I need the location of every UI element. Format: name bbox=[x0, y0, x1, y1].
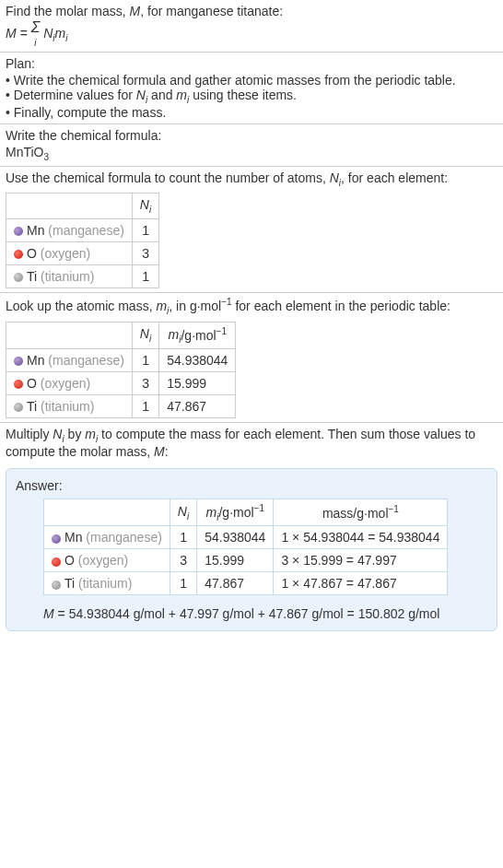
element-name: (oxygen) bbox=[41, 246, 90, 261]
table-header-row: Ni bbox=[6, 194, 159, 219]
element-dot-icon bbox=[14, 273, 23, 282]
formula-main: MnTiO bbox=[6, 145, 43, 159]
element-dot-icon bbox=[14, 380, 23, 389]
element-name: (manganese) bbox=[86, 530, 162, 545]
element-name: (titanium) bbox=[41, 399, 94, 414]
mass-title: Look up the atomic mass, mi, in g·mol−1 … bbox=[6, 297, 497, 315]
intro-section: Find the molar mass, M, for manganese ti… bbox=[0, 0, 503, 53]
element-dot-icon bbox=[14, 250, 23, 259]
element-symbol: Mn bbox=[27, 353, 44, 368]
plan-title: Plan: bbox=[6, 56, 497, 71]
plan-section: Plan: Write the chemical formula and gat… bbox=[0, 53, 503, 124]
element-cell: Ti (titanium) bbox=[44, 572, 170, 595]
ni-value: 1 bbox=[132, 349, 158, 372]
mi-value: 54.938044 bbox=[197, 526, 274, 549]
element-cell: O (oxygen) bbox=[6, 242, 133, 265]
element-dot-icon bbox=[14, 357, 23, 366]
table-header-element bbox=[6, 194, 133, 219]
table-row: Mn (manganese) 1 bbox=[6, 219, 159, 242]
element-cell: Ti (titanium) bbox=[6, 265, 133, 288]
element-name: (oxygen) bbox=[78, 553, 128, 568]
table-header-mi: mi/g·mol−1 bbox=[197, 499, 274, 525]
table-row: O (oxygen) 3 15.999 bbox=[6, 372, 236, 395]
plan-item: Determine values for Ni and mi using the… bbox=[6, 88, 497, 105]
element-dot-icon bbox=[52, 534, 61, 544]
table-row: Mn (manganese) 1 54.938044 1 × 54.938044… bbox=[44, 526, 448, 549]
mi-value: 15.999 bbox=[159, 372, 236, 395]
mi-value: 54.938044 bbox=[159, 349, 236, 372]
table-row: Ti (titanium) 1 47.867 1 × 47.867 = 47.8… bbox=[44, 572, 448, 595]
table-header-element bbox=[6, 322, 133, 348]
ni-value: 1 bbox=[170, 526, 196, 549]
ni-value: 3 bbox=[132, 242, 158, 265]
element-cell: Mn (manganese) bbox=[6, 349, 133, 372]
count-table: Ni Mn (manganese) 1 O (oxygen) 3 Ti (tit… bbox=[6, 193, 159, 288]
count-section: Use the chemical formula to count the nu… bbox=[0, 167, 503, 294]
element-cell: O (oxygen) bbox=[6, 372, 133, 395]
table-row: O (oxygen) 3 bbox=[6, 242, 159, 265]
element-dot-icon bbox=[14, 403, 23, 412]
table-header-ni: Ni bbox=[132, 194, 158, 219]
table-row: Ti (titanium) 1 bbox=[6, 265, 159, 288]
element-cell: Mn (manganese) bbox=[6, 219, 133, 242]
element-cell: Mn (manganese) bbox=[44, 526, 170, 549]
element-name: (titanium) bbox=[41, 269, 94, 284]
mi-value: 15.999 bbox=[197, 549, 274, 572]
answer-title: Answer: bbox=[16, 478, 487, 493]
element-name: (manganese) bbox=[48, 223, 124, 238]
element-symbol: O bbox=[27, 246, 37, 261]
table-row: Ti (titanium) 1 47.867 bbox=[6, 395, 236, 418]
table-header-mi: mi/g·mol−1 bbox=[159, 322, 236, 348]
element-symbol: O bbox=[27, 376, 37, 391]
ni-value: 3 bbox=[132, 372, 158, 395]
element-symbol: Mn bbox=[64, 530, 82, 545]
mass-value: 1 × 47.867 = 47.867 bbox=[274, 572, 448, 595]
molar-mass-formula: M = Σ i Nimi bbox=[6, 20, 497, 48]
ni-value: 1 bbox=[132, 265, 158, 288]
element-dot-icon bbox=[52, 581, 61, 590]
compute-section: Multiply Ni by mi to compute the mass fo… bbox=[0, 423, 503, 463]
plan-item: Write the chemical formula and gather at… bbox=[6, 73, 497, 88]
element-symbol: O bbox=[64, 553, 75, 568]
table-header-mass: mass/g·mol−1 bbox=[274, 499, 448, 525]
mass-table: Ni mi/g·mol−1 Mn (manganese) 1 54.938044… bbox=[6, 322, 236, 418]
mi-value: 47.867 bbox=[197, 572, 274, 595]
element-symbol: Ti bbox=[27, 399, 37, 414]
table-row: Mn (manganese) 1 54.938044 bbox=[6, 349, 236, 372]
ni-value: 1 bbox=[132, 395, 158, 418]
table-header-ni: Ni bbox=[170, 499, 196, 525]
table-header-element bbox=[44, 499, 170, 525]
answer-box: Answer: Ni mi/g·mol−1 mass/g·mol−1 Mn (m… bbox=[6, 468, 497, 631]
plan-item: Finally, compute the mass. bbox=[6, 105, 497, 120]
table-header-row: Ni mi/g·mol−1 bbox=[6, 322, 236, 348]
answer-table: Ni mi/g·mol−1 mass/g·mol−1 Mn (manganese… bbox=[43, 499, 448, 595]
plan-list: Write the chemical formula and gather at… bbox=[6, 73, 497, 120]
element-cell: O (oxygen) bbox=[44, 549, 170, 572]
element-symbol: Mn bbox=[27, 223, 44, 238]
formula-section: Write the chemical formula: MnTiO3 bbox=[0, 124, 503, 167]
element-symbol: Ti bbox=[64, 576, 75, 591]
ni-value: 3 bbox=[170, 549, 196, 572]
table-row: O (oxygen) 3 15.999 3 × 15.999 = 47.997 bbox=[44, 549, 448, 572]
formula-title: Write the chemical formula: bbox=[6, 128, 497, 143]
element-name: (manganese) bbox=[48, 353, 124, 368]
mass-value: 3 × 15.999 = 47.997 bbox=[274, 549, 448, 572]
table-header-row: Ni mi/g·mol−1 mass/g·mol−1 bbox=[44, 499, 448, 525]
mass-section: Look up the atomic mass, mi, in g·mol−1 … bbox=[0, 293, 503, 423]
chemical-formula: MnTiO3 bbox=[6, 145, 497, 162]
element-dot-icon bbox=[52, 557, 61, 567]
compute-title: Multiply Ni by mi to compute the mass fo… bbox=[6, 427, 497, 459]
ni-value: 1 bbox=[170, 572, 196, 595]
formula-subscript: 3 bbox=[43, 152, 49, 162]
table-header-ni: Ni bbox=[132, 322, 158, 348]
count-title: Use the chemical formula to count the nu… bbox=[6, 170, 497, 188]
element-symbol: Ti bbox=[27, 269, 37, 284]
mass-value: 1 × 54.938044 = 54.938044 bbox=[274, 526, 448, 549]
final-result: M = 54.938044 g/mol + 47.997 g/mol + 47.… bbox=[43, 606, 487, 621]
element-name: (oxygen) bbox=[41, 376, 90, 391]
intro-title: Find the molar mass, M, for manganese ti… bbox=[6, 4, 497, 18]
mi-value: 47.867 bbox=[159, 395, 236, 418]
element-cell: Ti (titanium) bbox=[6, 395, 133, 418]
ni-value: 1 bbox=[132, 219, 158, 242]
element-dot-icon bbox=[14, 227, 23, 236]
